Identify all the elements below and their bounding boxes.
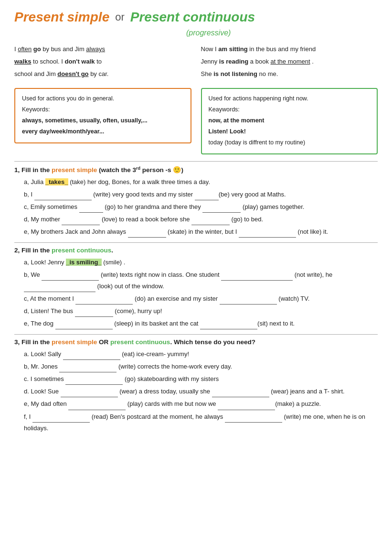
ex3-item-e: e, My dad often (play) cards with me but… [24, 398, 378, 410]
ex1-item-e: e, My brothers Jack and John always (ska… [24, 226, 378, 238]
ex2-item-d: d, Listen! The bus (come), hurry up! [24, 305, 378, 317]
exercise-2-body: a, Look! Jenny _is smiling_ (smile) . b,… [14, 257, 378, 329]
intro-right-line2: Jenny is reading a book at the moment . [201, 56, 378, 67]
ex3-keyword1: present simple [52, 338, 97, 346]
intro-left-line2: walks to school. I don't walk to [14, 56, 191, 67]
title-present-simple: Present simple [14, 10, 109, 25]
ex3-item-b: b, Mr. Jones (write) corrects the home-w… [24, 361, 378, 372]
exercise-3-body: a. Look! Sally (eat) ice-cream- yummy! b… [14, 348, 378, 434]
ex3-which: . Which tense do you need? [170, 338, 255, 346]
info-box-right-wrap: Used for actions happening right now. Ke… [201, 88, 378, 154]
divider-2 [14, 242, 378, 243]
intro-right: Now I am sitting in the bus and my frien… [201, 44, 378, 81]
ex1-item-d: d, My mother (love) to read a book befor… [24, 214, 378, 225]
info-box-simple-line4: every day/week/month/year... [22, 127, 184, 136]
exercise-2-title: 2, Fill in the present continuous. [14, 247, 378, 254]
ex2-period: . [111, 247, 113, 254]
ex1-watch: (watch the 3rd person -s 🙂) [99, 166, 183, 174]
subtitle-progressive: (progressive) [186, 29, 378, 37]
ex3-item-d: d. Look! Sue (wear) a dress today, usual… [24, 386, 378, 397]
exercise-3-title: 3, Fill in the present simple OR present… [14, 338, 378, 346]
info-box-simple-line1: Used for actions you do in general. [22, 94, 184, 103]
ex2-item-e: e, The dog (sleep) in its basket ant the… [24, 318, 378, 329]
ex3-keyword2: present continuous [110, 338, 170, 346]
ex1-item-b: b, I (write) very good texts and my sist… [24, 189, 378, 200]
page-header: Present simple or Present continuous [14, 10, 378, 25]
info-boxes: Used for actions you do in general. Keyw… [14, 88, 378, 154]
ex1-keyword: present simple [52, 166, 97, 174]
intro-right-line1: Now I am sitting in the bus and my frien… [201, 44, 378, 54]
ex3-item-f: f, I (read) Ben's postcard at the moment… [24, 411, 378, 434]
ex1-item-c: c, Emily sometimes (go) to her grandma a… [24, 201, 378, 213]
info-box-cont-line2: Keaywords: [209, 105, 371, 114]
intro-section: I often go by bus and Jim always walks t… [14, 44, 378, 81]
info-box-cont-line5: today (today is diffrent to my routine) [209, 138, 371, 147]
divider-1 [14, 161, 378, 162]
title-or: or [115, 11, 125, 23]
ex3-item-c: c. I sometimes (go) skateboarding with m… [24, 373, 378, 385]
info-box-left-wrap: Used for actions you do in general. Keyw… [14, 88, 191, 154]
info-box-cont-line3: now, at the moment [209, 116, 371, 125]
ex1-label: 1, Fill in the [14, 166, 50, 174]
intro-left-line1: I often go by bus and Jim always [14, 44, 191, 54]
title-present-continuous: Present continuous [130, 10, 255, 25]
ex2-label: 2, Fill in the [14, 247, 50, 254]
ex2-keyword: present continuous [52, 247, 111, 254]
ex2-item-c: c, At the moment I (do) an exercise and … [24, 293, 378, 305]
intro-right-line3: She is not listening no me. [201, 69, 378, 79]
divider-3 [14, 334, 378, 335]
intro-left: I often go by bus and Jim always walks t… [14, 44, 191, 81]
info-box-cont-line4: Listen! Look! [209, 127, 371, 136]
info-box-simple-line2: Keywords: [22, 105, 184, 114]
info-box-continuous: Used for actions happening right now. Ke… [201, 88, 378, 154]
info-box-simple: Used for actions you do in general. Keyw… [14, 88, 191, 143]
ex3-or: OR [99, 338, 110, 346]
exercise-1-title: 1, Fill in the present simple (watch the… [14, 165, 378, 174]
ex2-item-b: b, We (write) texts right now in class. … [24, 269, 378, 292]
ex3-label: 3, Fill in the [14, 338, 50, 346]
exercise-1-body: a, Julia _takes_ (take) her dog, Bones, … [14, 176, 378, 238]
ex1-item-a: a, Julia _takes_ (take) her dog, Bones, … [24, 176, 378, 188]
intro-left-line3: school and Jim doesn't go by car. [14, 69, 191, 79]
info-box-cont-line1: Used for actions happening right now. [209, 94, 371, 103]
ex2-item-a: a, Look! Jenny _is smiling_ (smile) . [24, 257, 378, 268]
info-box-simple-line3: always, sometimes, usually, often, usual… [22, 116, 184, 125]
ex3-item-a: a. Look! Sally (eat) ice-cream- yummy! [24, 348, 378, 360]
